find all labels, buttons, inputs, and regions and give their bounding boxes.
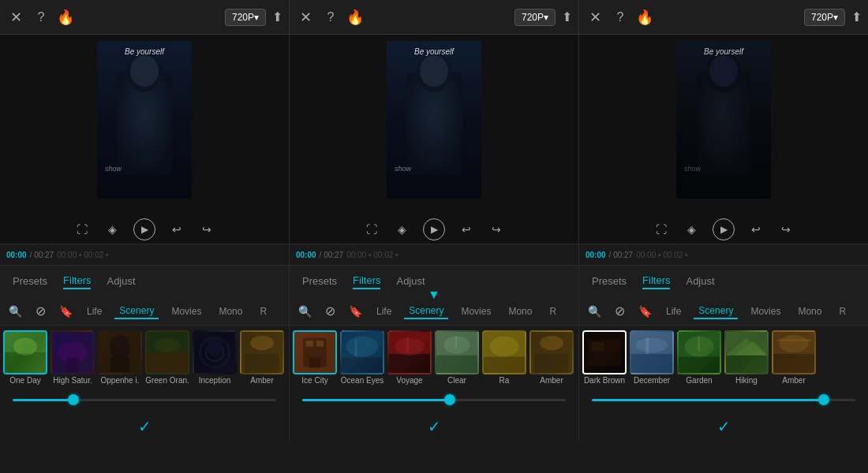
bookmark-icon-2[interactable]: 🔖 xyxy=(346,303,364,320)
fullscreen-icon-2[interactable]: ⛶ xyxy=(363,221,380,238)
slider-thumb-2[interactable] xyxy=(444,394,455,405)
cat-movies-1[interactable]: Movies xyxy=(166,304,206,318)
slider-track-3[interactable] xyxy=(592,399,855,401)
check-icon-1[interactable]: ✓ xyxy=(138,417,152,436)
filter-item-highsatur[interactable]: High Satur. xyxy=(51,330,95,385)
bookmark-icon-3[interactable]: 🔖 xyxy=(636,303,653,320)
tab-filters-3[interactable]: Filters xyxy=(642,274,670,289)
redo-icon-2[interactable]: ↪ xyxy=(488,221,505,238)
cat-scenery-3[interactable]: Scenery xyxy=(694,304,738,319)
fullscreen-icon-3[interactable]: ⛶ xyxy=(653,221,670,238)
no-icon-3[interactable]: ⊘ xyxy=(611,303,628,320)
cat-mono-1[interactable]: Mono xyxy=(214,304,247,318)
cat-life-1[interactable]: Life xyxy=(82,304,107,318)
no-icon-2[interactable]: ⊘ xyxy=(321,303,339,320)
filter-item-oceaneyes[interactable]: Ocean Eyes xyxy=(340,330,384,385)
fullscreen-icon-1[interactable]: ⛶ xyxy=(73,221,91,238)
tab-adjust-3[interactable]: Adjust xyxy=(686,275,714,289)
help-icon-1[interactable]: ? xyxy=(32,8,51,27)
cat-mono-3[interactable]: Mono xyxy=(793,304,826,318)
slider-thumb-1[interactable] xyxy=(68,394,79,405)
redo-icon-3[interactable]: ↪ xyxy=(777,221,795,238)
filter-item-oppenheimer[interactable]: Oppenhe i. xyxy=(98,330,142,385)
tab-presets-1[interactable]: Presets xyxy=(13,275,47,289)
cat-life-2[interactable]: Life xyxy=(372,304,396,318)
toolbars-row: ✕ ? 🔥 720P▾ ⬆ ✕ ? 🔥 720P▾ ⬆ ✕ ? 🔥 720P▾ … xyxy=(0,0,868,35)
current-time-1: 00:00 xyxy=(6,251,27,259)
tab-filters-1[interactable]: Filters xyxy=(63,274,91,289)
filter-item-december[interactable]: December xyxy=(630,330,674,385)
filter-item-hiking[interactable]: Hiking xyxy=(724,330,769,385)
close-icon-2[interactable]: ✕ xyxy=(296,8,315,27)
svg-rect-74 xyxy=(777,339,811,341)
fire-icon-2[interactable]: 🔥 xyxy=(346,9,364,26)
tab-presets-2[interactable]: Presets xyxy=(302,275,337,289)
search-icon-1[interactable]: 🔍 xyxy=(6,303,24,320)
cat-mono-2[interactable]: Mono xyxy=(503,304,537,318)
redo-icon-1[interactable]: ↪ xyxy=(198,221,215,238)
tick-2: 00:00 • 00:02 • xyxy=(346,251,398,259)
diamond-icon-1[interactable]: ◈ xyxy=(103,221,121,238)
cat-scenery-2[interactable]: Scenery xyxy=(404,304,448,319)
quality-btn-2[interactable]: 720P▾ xyxy=(514,9,556,26)
previews-row: Be yourself show ⛶ ◈ ▶ ↩ ↪ xyxy=(0,35,868,244)
cat-r-2[interactable]: R xyxy=(544,304,561,318)
filter-item-garden[interactable]: Garden xyxy=(677,330,721,385)
play-button-1[interactable]: ▶ xyxy=(133,218,155,240)
undo-icon-1[interactable]: ↩ xyxy=(168,221,185,238)
close-icon-1[interactable]: ✕ xyxy=(6,8,25,27)
preview-controls-3: ⛶ ◈ ▶ ↩ ↪ xyxy=(653,218,795,240)
svg-point-73 xyxy=(779,334,808,352)
upload-icon-2[interactable]: ⬆ xyxy=(562,9,572,24)
filter-item-amber-3[interactable]: Amber xyxy=(772,330,816,385)
search-icon-2[interactable]: 🔍 xyxy=(296,303,313,320)
slider-track-2[interactable] xyxy=(302,399,566,401)
check-icon-3[interactable]: ✓ xyxy=(717,417,731,436)
play-button-2[interactable]: ▶ xyxy=(423,218,445,240)
upload-icon-1[interactable]: ⬆ xyxy=(272,9,282,24)
diamond-icon-2[interactable]: ◈ xyxy=(393,221,410,238)
tab-adjust-1[interactable]: Adjust xyxy=(107,275,135,289)
filter-item-inception[interactable]: Inception xyxy=(193,330,237,385)
upload-icon-3[interactable]: ⬆ xyxy=(851,9,862,24)
cat-r-1[interactable]: R xyxy=(255,304,271,318)
filter-item-ra[interactable]: Ra xyxy=(482,330,526,385)
bookmark-icon-1[interactable]: 🔖 xyxy=(57,303,74,320)
slider-thumb-3[interactable] xyxy=(818,394,829,405)
cat-movies-3[interactable]: Movies xyxy=(746,304,785,318)
no-icon-1[interactable]: ⊘ xyxy=(32,303,49,320)
cat-life-3[interactable]: Life xyxy=(661,304,686,318)
close-icon-3[interactable]: ✕ xyxy=(586,8,604,27)
filter-item-voyage[interactable]: Voyage xyxy=(387,330,432,385)
slider-track-1[interactable] xyxy=(13,399,276,401)
filter-item-amber-2b[interactable]: Amber xyxy=(529,330,574,385)
filter-item-clear[interactable]: Clear xyxy=(435,330,479,385)
video-thumb-1: Be yourself show xyxy=(97,41,192,199)
play-button-3[interactable]: ▶ xyxy=(713,218,735,240)
cat-r-3[interactable]: R xyxy=(834,304,851,318)
undo-icon-3[interactable]: ↩ xyxy=(747,221,765,238)
tab-presets-3[interactable]: Presets xyxy=(592,275,627,289)
svg-point-10 xyxy=(709,55,738,87)
filter-item-amber-1[interactable]: Amber xyxy=(240,330,284,385)
filter-item-oneday[interactable]: One Day xyxy=(3,330,47,385)
cat-movies-2[interactable]: Movies xyxy=(456,304,496,318)
quality-btn-1[interactable]: 720P▾ xyxy=(225,9,266,26)
filter-item-darkbrown[interactable]: Dark Brown xyxy=(582,330,627,385)
svg-rect-21 xyxy=(110,357,129,372)
tab-filters-2[interactable]: Filters xyxy=(353,274,380,289)
help-icon-2[interactable]: ? xyxy=(321,8,340,27)
fire-icon-3[interactable]: 🔥 xyxy=(636,9,653,26)
tab-adjust-2[interactable]: Adjust xyxy=(396,275,425,289)
check-icon-2[interactable]: ✓ xyxy=(428,417,441,436)
fire-icon-1[interactable]: 🔥 xyxy=(57,9,74,26)
help-icon-3[interactable]: ? xyxy=(611,8,630,27)
filter-item-icecity[interactable]: Ice City xyxy=(293,330,337,385)
tick-1: 00:00 • 00:02 • xyxy=(57,251,108,259)
quality-btn-3[interactable]: 720P▾ xyxy=(804,9,845,26)
cat-scenery-1[interactable]: Scenery xyxy=(114,304,159,319)
diamond-icon-3[interactable]: ◈ xyxy=(683,221,700,238)
search-icon-3[interactable]: 🔍 xyxy=(586,303,603,320)
filter-item-greenorange[interactable]: Green Oran. xyxy=(145,330,189,385)
undo-icon-2[interactable]: ↩ xyxy=(458,221,475,238)
